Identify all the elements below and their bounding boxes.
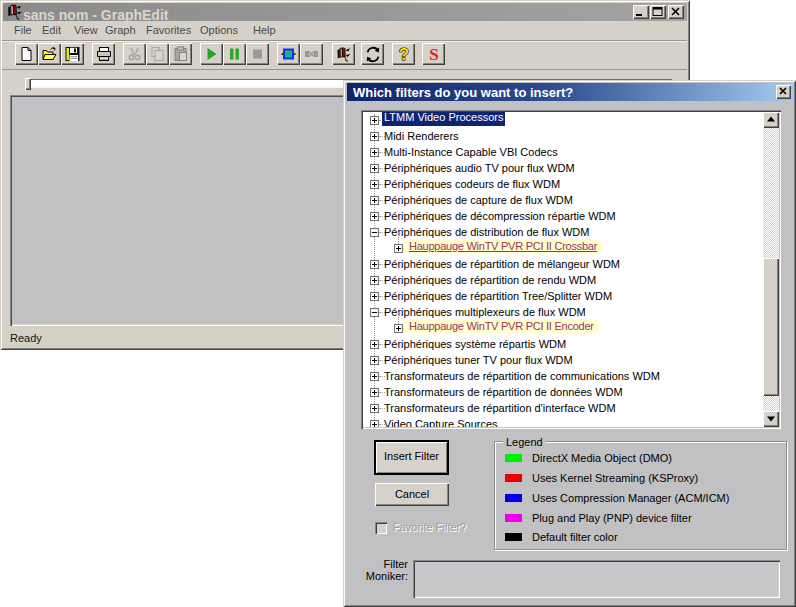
svg-text:S: S xyxy=(429,46,438,63)
svg-text:?: ? xyxy=(399,46,409,63)
